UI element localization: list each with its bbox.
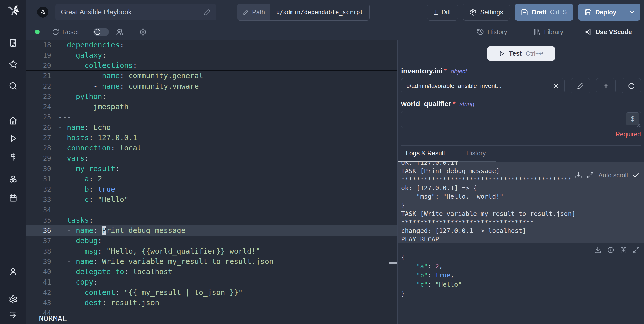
deploy-split-button: Deploy bbox=[578, 4, 640, 21]
line-text: c: "Hello" bbox=[58, 194, 128, 205]
editor-settings-gear-icon[interactable] bbox=[139, 28, 147, 36]
code-line-35[interactable]: 35 tasks: bbox=[26, 215, 397, 225]
code-line-21[interactable]: 21 - name: community.general bbox=[26, 71, 397, 81]
field-name: world_qualifier bbox=[401, 100, 451, 108]
code-line-23[interactable]: 23 python: bbox=[26, 91, 397, 102]
sidebar-item-user[interactable] bbox=[0, 267, 26, 276]
code-line-38[interactable]: 38 msg: "Hello, {{world_qualifier}} worl… bbox=[26, 246, 397, 256]
auto-scroll-label: Auto scroll bbox=[598, 171, 628, 179]
world-qualifier-input[interactable]: $ bbox=[401, 111, 641, 128]
sidebar-item-favorites[interactable] bbox=[0, 60, 26, 69]
code-line-42[interactable]: 42 content: "{{ my_result | to_json }}" bbox=[26, 287, 397, 298]
edit-resource-button[interactable] bbox=[571, 78, 590, 93]
library-button[interactable]: Library bbox=[533, 28, 563, 36]
code-line-26[interactable]: 26- name: Echo bbox=[26, 122, 397, 133]
path-field[interactable]: Path u/admin/dependable_script bbox=[237, 4, 370, 21]
code-line-32[interactable]: 32 b: true bbox=[26, 184, 397, 194]
content: 18 dependencies:19 galaxy:20 collections… bbox=[26, 40, 644, 324]
download-log-icon[interactable] bbox=[575, 172, 582, 179]
add-resource-button[interactable] bbox=[596, 78, 616, 93]
code-line-44[interactable]: 44 bbox=[26, 308, 397, 318]
code-editor[interactable]: 18 dependencies:19 galaxy:20 collections… bbox=[26, 40, 397, 324]
code-line-40[interactable]: 40 delegate_to: localhost bbox=[26, 267, 397, 277]
code-line-28[interactable]: 28 connection: local bbox=[26, 143, 397, 153]
line-number: 29 bbox=[26, 153, 51, 164]
code-line-27[interactable]: 27 hosts: 127.0.0.1 bbox=[26, 133, 397, 143]
code-line-37[interactable]: 37 debug: bbox=[26, 236, 397, 246]
test-button[interactable]: Test Ctrl+↵ bbox=[487, 46, 555, 61]
log-panel[interactable]: ok: [127.0.0.1]TASK [Print debug message… bbox=[398, 162, 644, 243]
tab-history[interactable]: History bbox=[466, 150, 486, 157]
result-line: } bbox=[401, 289, 644, 298]
line-text: collections: bbox=[58, 60, 137, 70]
code-line-36[interactable]: 36 - name: Print debug message bbox=[26, 225, 397, 236]
line-text: python: bbox=[58, 91, 106, 102]
dollar-icon: $ bbox=[631, 115, 634, 123]
result-panel[interactable]: { "a": 2, "b": true, "c": "Hello"} bbox=[398, 243, 644, 324]
clear-icon[interactable] bbox=[553, 83, 559, 89]
download-result-icon[interactable] bbox=[594, 246, 601, 254]
edit-title-pencil-icon[interactable] bbox=[204, 9, 211, 16]
line-number: 27 bbox=[26, 133, 51, 143]
insert-variable-button[interactable]: $ bbox=[626, 112, 639, 125]
edit-path-pencil-icon bbox=[242, 9, 249, 15]
expand-result-icon[interactable] bbox=[633, 246, 640, 254]
sidebar-item-schedules[interactable] bbox=[0, 194, 26, 203]
path-label-section[interactable]: Path bbox=[237, 4, 270, 20]
copy-result-icon[interactable] bbox=[620, 246, 627, 254]
code-line-29[interactable]: 29 vars: bbox=[26, 153, 397, 164]
auto-scroll-check-icon[interactable] bbox=[632, 172, 639, 179]
sidebar-collapse-icon[interactable] bbox=[0, 310, 26, 319]
code-line-19[interactable]: 19 galaxy: bbox=[26, 50, 397, 60]
collaborators-icon[interactable] bbox=[116, 28, 124, 36]
required-error: Required bbox=[401, 131, 641, 138]
tab-logs-result[interactable]: Logs & Result bbox=[406, 150, 445, 157]
history-icon bbox=[477, 28, 484, 36]
sidebar-item-workspace[interactable] bbox=[0, 38, 26, 47]
settings-button[interactable]: Settings bbox=[463, 4, 510, 21]
deploy-button[interactable]: Deploy bbox=[578, 4, 623, 21]
diff-button[interactable]: ± Diff bbox=[427, 4, 458, 21]
line-text: hosts: 127.0.0.1 bbox=[58, 133, 137, 143]
diff-mode-toggle[interactable] bbox=[93, 28, 109, 36]
sidebar-item-resources[interactable] bbox=[0, 175, 26, 184]
code-line-20[interactable]: 20 collections: bbox=[26, 60, 397, 71]
code-line-33[interactable]: 33 c: "Hello" bbox=[26, 194, 397, 205]
line-text: msg: "Hello, {{world_qualifier}} world!" bbox=[58, 246, 260, 256]
line-number: 43 bbox=[26, 298, 51, 308]
code-line-31[interactable]: 31 a: 2 bbox=[26, 174, 397, 184]
vscode-icon bbox=[584, 28, 592, 36]
expand-log-icon[interactable] bbox=[587, 172, 594, 179]
history-button[interactable]: History bbox=[477, 28, 507, 36]
code-line-34[interactable]: 34 bbox=[26, 205, 397, 215]
use-vscode-button[interactable]: Use VScode bbox=[584, 28, 632, 36]
sidebar-item-variables[interactable] bbox=[0, 152, 26, 161]
main-column: Great Ansible Playbook Path u/admi bbox=[26, 0, 644, 324]
refresh-resource-button[interactable] bbox=[622, 78, 641, 93]
reset-button[interactable]: Reset bbox=[52, 28, 79, 36]
windmill-logo-icon[interactable] bbox=[0, 4, 26, 16]
sidebar-item-home[interactable] bbox=[0, 116, 26, 125]
inventory-resource-input[interactable]: u/admin/favorable_ansible_invent... bbox=[401, 78, 565, 93]
sidebar-item-runs[interactable] bbox=[0, 134, 26, 143]
plus-icon bbox=[602, 82, 610, 89]
code-lines: 18 dependencies:19 galaxy:20 collections… bbox=[26, 40, 397, 318]
deploy-label: Deploy bbox=[595, 9, 616, 16]
sidebar-item-search[interactable] bbox=[0, 81, 26, 90]
draft-button[interactable]: Draft Ctrl+S bbox=[515, 4, 573, 21]
line-text: my_result: bbox=[58, 164, 120, 174]
code-line-18[interactable]: 18 dependencies: bbox=[26, 40, 397, 50]
code-line-39[interactable]: 39 - name: Write variable my_result to r… bbox=[26, 256, 397, 267]
deploy-dropdown-button[interactable] bbox=[623, 4, 640, 21]
info-icon[interactable] bbox=[607, 246, 614, 254]
status-dot bbox=[35, 30, 40, 34]
code-line-30[interactable]: 30 my_result: bbox=[26, 164, 397, 174]
sidebar-item-settings[interactable] bbox=[0, 295, 26, 304]
code-line-43[interactable]: 43 dest: result.json bbox=[26, 298, 397, 308]
code-line-24[interactable]: 24 - jmespath bbox=[26, 102, 397, 112]
code-line-25[interactable]: 25--- bbox=[26, 112, 397, 122]
script-title-field[interactable]: Great Ansible Playbook bbox=[55, 4, 216, 20]
panel-resize-handle[interactable] bbox=[389, 262, 397, 264]
code-line-22[interactable]: 22 - name: community.vmware bbox=[26, 81, 397, 91]
code-line-41[interactable]: 41 copy: bbox=[26, 277, 397, 287]
